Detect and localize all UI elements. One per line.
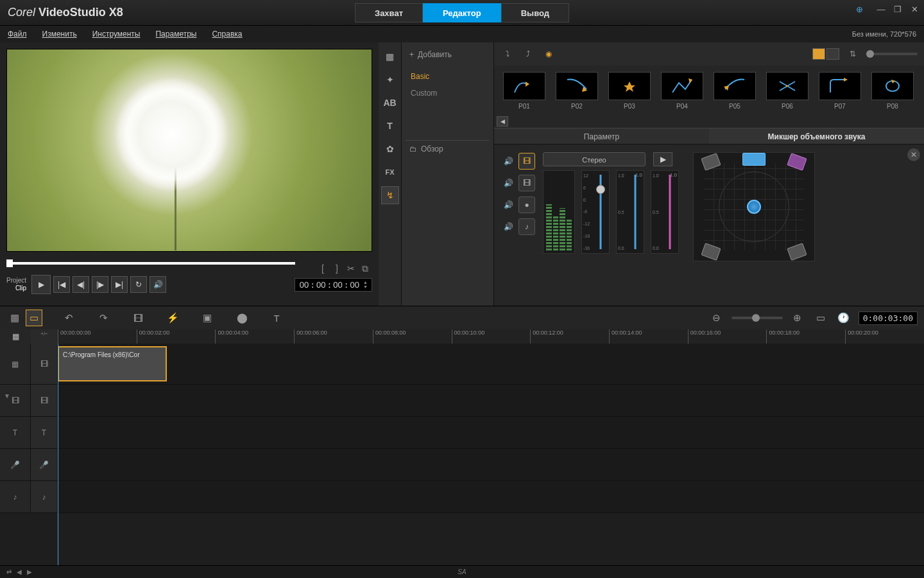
track-manager-button[interactable]: ⬤ xyxy=(234,310,250,326)
volume-slider-left[interactable]: 1.00.50.0 1.0 xyxy=(616,170,644,254)
timecode-display[interactable]: 00: 00: 00: 00 ▲▼ xyxy=(295,278,372,292)
audio-tool-button[interactable]: ⚡ xyxy=(164,310,181,326)
record-button[interactable]: 🎞 xyxy=(130,310,146,326)
timeline-ruler[interactable]: ▦ +/− 00:00:00:0000:00:02:0000:00:04:000… xyxy=(0,329,924,344)
transitions-icon[interactable]: ✦ xyxy=(381,71,399,89)
menu-tools[interactable]: Инструменты xyxy=(92,30,141,39)
video-track-icon[interactable]: 🎞 xyxy=(518,153,535,170)
overlay-track-thumb-icon[interactable]: 🎞 xyxy=(31,385,58,416)
tab-parameter[interactable]: Параметр xyxy=(494,128,709,144)
voice-track-icon[interactable]: ● xyxy=(518,197,535,213)
surround-position-handle[interactable] xyxy=(747,200,761,214)
volume-slider-right[interactable]: 1.00.50.0 1.0 xyxy=(651,170,679,254)
split-icon[interactable]: ⧉ xyxy=(359,263,371,275)
browse-button[interactable]: 🗀 Обзор xyxy=(406,140,490,157)
mute-voice-icon[interactable]: 🔊 xyxy=(502,198,515,211)
lib-item-custom[interactable]: Custom xyxy=(406,85,490,101)
title-track-body[interactable] xyxy=(58,417,924,448)
mode-output[interactable]: Вывод xyxy=(501,3,569,22)
next-frame-button[interactable]: |▶ xyxy=(92,276,108,293)
export-icon[interactable]: ⤴ xyxy=(521,47,535,61)
graphics-icon[interactable]: ✿ xyxy=(381,140,399,158)
timecode-spinner[interactable]: ▲▼ xyxy=(363,280,368,289)
ruler-head-icon[interactable]: ▦ xyxy=(0,329,31,344)
tab-surround-mixer[interactable]: Микшер объемного звука xyxy=(709,128,924,144)
preset-p04[interactable]: P04 xyxy=(661,72,703,110)
loop-button[interactable]: ↻ xyxy=(130,276,147,293)
play-button[interactable]: ▶ xyxy=(31,275,51,294)
undo-button[interactable]: ↶ xyxy=(60,310,77,326)
volume-button[interactable]: 🔊 xyxy=(150,276,166,293)
playback-mode-labels[interactable]: Project Clip xyxy=(6,277,26,292)
track-expand-icon[interactable]: ▼ xyxy=(4,392,10,399)
title-track-header-icon[interactable]: T xyxy=(0,417,31,448)
mute-music-icon[interactable]: 🔊 xyxy=(502,220,515,233)
add-folder-button[interactable]: + Добавить xyxy=(406,46,490,63)
menu-file[interactable]: Файл xyxy=(8,30,27,39)
scroll-left-button[interactable]: ◀ xyxy=(497,116,508,127)
mark-out-icon[interactable]: ] xyxy=(331,263,343,275)
mode-capture[interactable]: Захват xyxy=(355,3,423,22)
maximize-icon[interactable]: ❐ xyxy=(893,5,902,14)
speaker-center-icon[interactable] xyxy=(742,153,766,166)
music-track-body[interactable] xyxy=(58,481,924,512)
vol-thumb[interactable] xyxy=(596,185,605,194)
goto-end-button[interactable]: ▶| xyxy=(111,276,128,293)
fit-project-button[interactable]: ▭ xyxy=(812,310,829,326)
media-library-icon[interactable]: ▦ xyxy=(381,48,399,66)
overlay-track-header-icon[interactable]: 🎞 xyxy=(0,385,31,416)
list-view-button[interactable] xyxy=(826,48,839,60)
storyboard-view-button[interactable]: ▦ xyxy=(6,310,23,326)
mute-overlay-icon[interactable]: 🔊 xyxy=(502,177,515,189)
voice-track-header-icon[interactable]: 🎤 xyxy=(0,449,31,480)
surround-panner[interactable] xyxy=(693,152,815,261)
sort-order-icon[interactable]: ⇅ xyxy=(846,47,860,61)
scrub-thumb[interactable] xyxy=(6,259,13,267)
redo-button[interactable]: ↷ xyxy=(95,310,112,326)
prev-frame-button[interactable]: ◀| xyxy=(73,276,89,293)
minimize-icon[interactable]: — xyxy=(877,5,886,14)
music-track-thumb-icon[interactable]: ♪ xyxy=(31,481,58,512)
lib-item-basic[interactable]: Basic xyxy=(406,68,490,85)
playhead[interactable] xyxy=(58,344,58,565)
mode-editor[interactable]: Редактор xyxy=(423,3,501,22)
ruler-expand-icon[interactable]: +/− xyxy=(31,329,58,344)
video-track-header-icon[interactable]: ▦ xyxy=(0,344,31,384)
subtitle-button[interactable]: T xyxy=(268,310,285,326)
voice-track-body[interactable] xyxy=(58,449,924,480)
volume-slider-main[interactable]: 1260-6-12-18-36 xyxy=(581,170,610,254)
overlay-track-body[interactable] xyxy=(58,385,924,416)
video-track-body[interactable]: C:\Program Files (x86)\Cor xyxy=(58,344,924,384)
preset-p02[interactable]: P02 xyxy=(556,72,598,110)
thumb-view-button[interactable] xyxy=(812,48,825,60)
video-track-thumb-icon[interactable]: 🎞 xyxy=(31,344,58,384)
voice-track-thumb-icon[interactable]: 🎤 xyxy=(31,449,58,480)
sort-icon[interactable]: ◉ xyxy=(542,47,556,61)
menu-params[interactable]: Параметры xyxy=(155,30,196,39)
music-track-icon[interactable]: ♪ xyxy=(518,218,535,235)
thumbnail-size-slider[interactable] xyxy=(866,53,918,55)
mark-in-icon[interactable]: [ xyxy=(317,263,329,275)
close-icon[interactable]: ✕ xyxy=(910,5,919,14)
globe-icon[interactable]: ⊕ xyxy=(855,5,864,14)
menu-help[interactable]: Справка xyxy=(212,30,242,39)
fx-icon[interactable]: FX xyxy=(381,163,399,181)
preset-p08[interactable]: P08 xyxy=(871,72,914,110)
preview-viewport[interactable] xyxy=(6,49,372,252)
preset-p05[interactable]: P05 xyxy=(714,72,756,110)
zoom-in-button[interactable]: ⊕ xyxy=(789,310,806,326)
music-track-header-icon[interactable]: ♪ xyxy=(0,481,31,512)
stereo-mode-button[interactable]: Стерео xyxy=(543,152,646,166)
zoom-out-button[interactable]: ⊖ xyxy=(708,310,725,326)
overlay-track-icon[interactable]: 🎞 xyxy=(518,175,535,191)
scroll-left-icon[interactable]: ◀ xyxy=(17,568,22,575)
timeline-view-button[interactable]: ▭ xyxy=(26,310,42,326)
play-audio-button[interactable]: ▶ xyxy=(653,152,672,166)
video-clip[interactable]: C:\Program Files (x86)\Cor xyxy=(58,346,167,381)
clock-icon[interactable]: 🕐 xyxy=(835,310,852,326)
timeline-timecode[interactable]: 0:00:03:00 xyxy=(859,311,918,325)
scroll-right-icon[interactable]: ▶ xyxy=(27,568,32,575)
goto-start-button[interactable]: |◀ xyxy=(53,276,70,293)
cut-icon[interactable]: ✂ xyxy=(345,263,357,275)
text-icon[interactable]: T xyxy=(381,117,399,135)
